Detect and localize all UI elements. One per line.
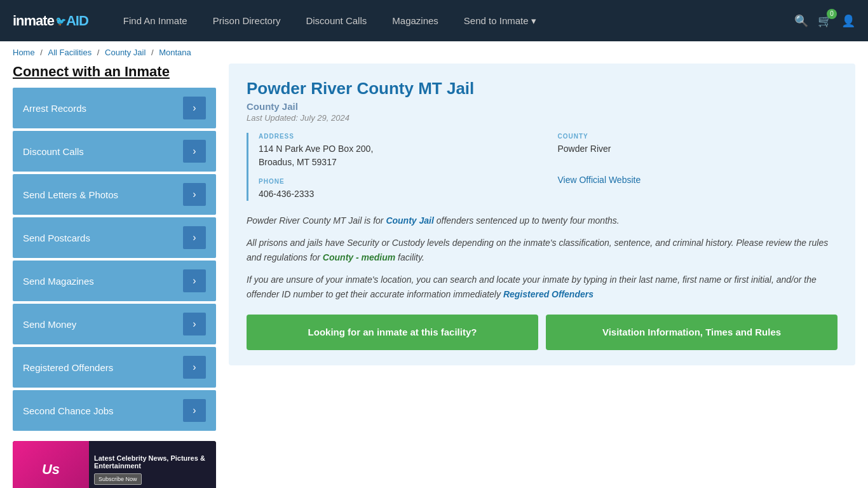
- county-col: COUNTY Powder River View Official Websit…: [558, 133, 838, 201]
- desc2-county-medium-link[interactable]: County - medium: [323, 252, 395, 262]
- breadcrumb-state[interactable]: Montana: [159, 48, 191, 57]
- facility-type: County Jail: [247, 101, 837, 112]
- breadcrumb-sep-1: /: [40, 48, 44, 57]
- action-buttons: Looking for an inmate at this facility? …: [247, 315, 837, 350]
- arrow-icon-2: ›: [183, 183, 206, 206]
- facility-card: Powder River County MT Jail County Jail …: [229, 64, 855, 365]
- address-line2: Broadus, MT 59317: [259, 157, 337, 167]
- sidebar-label-registered-offenders: Registered Offenders: [23, 362, 113, 373]
- sidebar-item-send-postcards[interactable]: Send Postcards ›: [13, 217, 216, 258]
- nav-magazines[interactable]: Magazines: [383, 15, 448, 26]
- search-icon[interactable]: 🔍: [794, 14, 808, 28]
- nav-icons: 🔍 🛒 0 👤: [794, 14, 855, 28]
- sidebar-label-second-chance-jobs: Second Chance Jobs: [23, 405, 114, 416]
- logo-inmate: inmate: [13, 13, 54, 29]
- desc1-rest: offenders sentenced up to twenty four mo…: [434, 215, 620, 226]
- find-inmate-button[interactable]: Looking for an inmate at this facility?: [247, 315, 538, 350]
- sidebar-title: Connect with an Inmate: [13, 64, 216, 80]
- sidebar-item-second-chance-jobs[interactable]: Second Chance Jobs ›: [13, 390, 216, 431]
- facility-updated: Last Updated: July 29, 2024: [247, 113, 837, 123]
- address-label: ADDRESS: [259, 133, 539, 140]
- arrow-icon-3: ›: [183, 226, 206, 249]
- breadcrumb: Home / All Facilities / County Jail / Mo…: [0, 41, 868, 64]
- logo[interactable]: inmate 🐦 AID: [13, 13, 88, 29]
- sidebar: Connect with an Inmate Arrest Records › …: [13, 64, 216, 488]
- arrow-icon-0: ›: [183, 97, 206, 119]
- ad-banner[interactable]: Us Latest Celebrity News, Pictures & Ent…: [13, 441, 216, 488]
- sidebar-item-send-letters[interactable]: Send Letters & Photos ›: [13, 174, 216, 215]
- ad-content: Latest Celebrity News, Pictures & Entert…: [89, 441, 216, 488]
- breadcrumb-county-jail[interactable]: County Jail: [105, 48, 146, 57]
- sidebar-label-send-postcards: Send Postcards: [23, 233, 90, 243]
- phone-label: PHONE: [259, 178, 539, 185]
- county-value: Powder River: [558, 142, 838, 156]
- ad-subscribe-button[interactable]: Subscribe Now: [94, 473, 142, 485]
- desc3-registered-link[interactable]: Registered Offenders: [503, 289, 593, 299]
- main-layout: Connect with an Inmate Arrest Records › …: [0, 64, 868, 488]
- sidebar-label-send-money: Send Money: [23, 319, 76, 330]
- breadcrumb-sep-2: /: [97, 48, 102, 57]
- nav-find-inmate[interactable]: Find An Inmate: [114, 15, 197, 26]
- arrow-icon-6: ›: [183, 356, 206, 379]
- address-value: 114 N Park Ave PO Box 200, Broadus, MT 5…: [259, 142, 539, 169]
- county-label: COUNTY: [558, 133, 838, 140]
- sidebar-item-registered-offenders[interactable]: Registered Offenders ›: [13, 347, 216, 388]
- nav-send-to-inmate[interactable]: Send to Inmate ▾: [454, 15, 546, 27]
- sidebar-item-arrest-records[interactable]: Arrest Records ›: [13, 88, 216, 128]
- address-line1: 114 N Park Ave PO Box 200,: [259, 144, 373, 154]
- logo-bird-icon: 🐦: [55, 16, 66, 26]
- desc-paragraph-1: Powder River County MT Jail is for Count…: [247, 214, 837, 228]
- logo-aid: AID: [66, 13, 88, 29]
- desc-paragraph-2: All prisons and jails have Security or C…: [247, 236, 837, 265]
- arrow-icon-7: ›: [183, 399, 206, 422]
- info-grid: ADDRESS 114 N Park Ave PO Box 200, Broad…: [247, 133, 837, 201]
- sidebar-label-send-letters: Send Letters & Photos: [23, 189, 118, 200]
- nav-links: Find An Inmate Prison Directory Discount…: [114, 15, 794, 27]
- nav-discount-calls[interactable]: Discount Calls: [296, 15, 376, 26]
- nav-prison-directory[interactable]: Prison Directory: [203, 15, 290, 26]
- desc1-text: Powder River County MT Jail is for: [247, 215, 386, 226]
- breadcrumb-home[interactable]: Home: [13, 48, 35, 57]
- user-icon[interactable]: 👤: [841, 14, 855, 28]
- arrow-icon-4: ›: [183, 269, 206, 292]
- cart-icon[interactable]: 🛒 0: [818, 14, 832, 28]
- desc1-county-jail-link[interactable]: County Jail: [386, 215, 433, 226]
- content-area: Powder River County MT Jail County Jail …: [229, 64, 855, 488]
- navbar: inmate 🐦 AID Find An Inmate Prison Direc…: [0, 0, 868, 41]
- sidebar-item-send-money[interactable]: Send Money ›: [13, 304, 216, 344]
- breadcrumb-all-facilities[interactable]: All Facilities: [48, 48, 92, 57]
- breadcrumb-sep-3: /: [151, 48, 156, 57]
- ad-brand: Us: [13, 441, 89, 488]
- address-col: ADDRESS 114 N Park Ave PO Box 200, Broad…: [259, 133, 539, 201]
- visitation-button[interactable]: Visitation Information, Times and Rules: [546, 315, 837, 350]
- website-link[interactable]: View Official Website: [558, 175, 641, 185]
- ad-tagline: Latest Celebrity News, Pictures & Entert…: [94, 454, 211, 470]
- sidebar-label-send-magazines: Send Magazines: [23, 276, 94, 287]
- cart-badge: 0: [827, 9, 837, 19]
- sidebar-item-discount-calls[interactable]: Discount Calls ›: [13, 131, 216, 172]
- desc-paragraph-3: If you are unsure of your inmate's locat…: [247, 273, 837, 302]
- desc2-rest: facility.: [395, 252, 424, 262]
- facility-title: Powder River County MT Jail: [247, 79, 837, 98]
- arrow-icon-5: ›: [183, 313, 206, 336]
- sidebar-item-send-magazines[interactable]: Send Magazines ›: [13, 261, 216, 301]
- arrow-icon-1: ›: [183, 140, 206, 163]
- phone-value: 406-436-2333: [259, 187, 539, 201]
- sidebar-label-arrest-records: Arrest Records: [23, 103, 86, 114]
- sidebar-label-discount-calls: Discount Calls: [23, 146, 84, 157]
